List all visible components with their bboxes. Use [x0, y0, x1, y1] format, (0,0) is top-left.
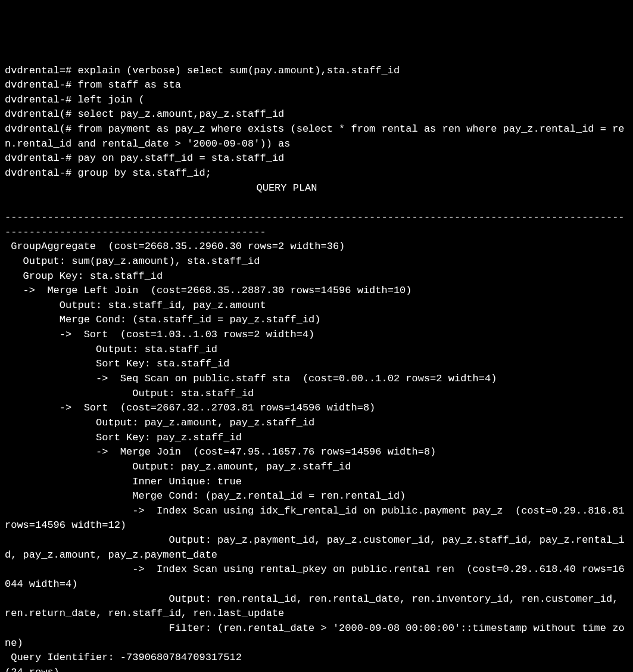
prompt: dvdrental(#: [5, 108, 77, 120]
query-line: from staff as sta: [77, 79, 180, 91]
query-line: group by sta.staff_id;: [77, 167, 211, 179]
plan-line: Output: sum(pay_z.amount), sta.staff_id: [5, 256, 260, 267]
plan-line: Output: pay_z.amount, pay_z.staff_id: [5, 461, 351, 472]
prompt: dvdrental=#: [5, 65, 77, 76]
plan-line: Merge Cond: (sta.staff_id = pay_z.staff_…: [5, 314, 321, 325]
plan-line: GroupAggregate (cost=2668.35..2960.30 ro…: [5, 241, 345, 252]
separator-line: ----------------------------------------…: [5, 211, 625, 238]
plan-line: Query Identifier: -7390680784709317512: [5, 652, 242, 663]
plan-line: Group Key: sta.staff_id: [5, 270, 163, 282]
plan-line: Output: ren.rental_id, ren.rental_date, …: [5, 593, 625, 620]
plan-line: -> Sort (cost=1.03..1.03 rows=2 width=4): [5, 329, 314, 340]
plan-line: Output: pay_z.payment_id, pay_z.customer…: [5, 534, 625, 561]
query-line: explain (verbose) select sum(pay.amount)…: [77, 65, 400, 76]
prompt: dvdrental(#: [5, 123, 77, 135]
plan-line: Output: sta.staff_id: [5, 344, 217, 355]
plan-line: Merge Cond: (pay_z.rental_id = ren.renta…: [5, 490, 406, 502]
plan-line: -> Merge Join (cost=47.95..1657.76 rows=…: [5, 446, 436, 458]
query-line: left join (: [77, 94, 144, 105]
plan-line: (24 rows): [5, 667, 60, 672]
terminal-output[interactable]: dvdrental=# explain (verbose) select sum…: [5, 64, 628, 672]
query-line: select pay_z.amount,pay_z.staff_id: [77, 108, 284, 120]
query-plan-header: QUERY PLAN: [5, 181, 628, 196]
plan-line: -> Sort (cost=2667.32..2703.81 rows=1459…: [5, 402, 375, 413]
plan-line: -> Index Scan using rental_pkey on publi…: [5, 564, 625, 590]
plan-line: Output: sta.staff_id: [5, 388, 254, 399]
prompt: dvdrental-#: [5, 94, 77, 105]
plan-line: Filter: (ren.rental_date > '2000-09-08 0…: [5, 623, 625, 649]
plan-line: -> Seq Scan on public.staff sta (cost=0.…: [5, 373, 497, 384]
prompt: dvdrental-#: [5, 79, 77, 91]
plan-line: Output: sta.staff_id, pay_z.amount: [5, 300, 266, 311]
plan-line: Output: pay_z.amount, pay_z.staff_id: [5, 417, 314, 428]
plan-line: -> Index Scan using idx_fk_rental_id on …: [5, 505, 631, 531]
plan-line: Sort Key: pay_z.staff_id: [5, 432, 242, 443]
plan-line: Inner Unique: true: [5, 476, 242, 487]
query-line: pay on pay.staff_id = sta.staff_id: [77, 153, 284, 164]
plan-line: Sort Key: sta.staff_id: [5, 358, 229, 369]
plan-line: -> Merge Left Join (cost=2668.35..2887.3…: [5, 285, 412, 296]
query-line: from payment as pay_z where exists (sele…: [5, 123, 625, 150]
prompt: dvdrental-#: [5, 153, 77, 164]
prompt: dvdrental-#: [5, 167, 77, 179]
